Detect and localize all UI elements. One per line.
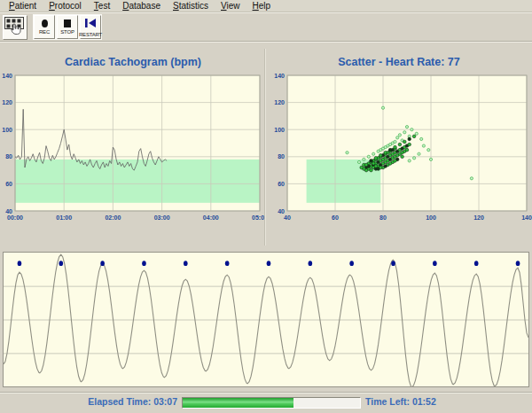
stop-button[interactable]: STOP [57, 15, 78, 39]
svg-text:02:00: 02:00 [105, 214, 121, 221]
restart-button[interactable]: RESTART [80, 15, 101, 39]
menu-bar: PatientProtocolTestDatabaseStatisticsVie… [0, 0, 532, 12]
menu-view[interactable]: View [215, 1, 246, 11]
svg-text:120: 120 [274, 99, 285, 105]
app-window: PatientProtocolTestDatabaseStatisticsVie… [0, 0, 532, 413]
menu-protocol[interactable]: Protocol [43, 1, 88, 11]
svg-text:80: 80 [379, 214, 387, 221]
keypad-hand-icon [4, 17, 26, 38]
pacer-wave-panel [3, 252, 529, 387]
menu-help[interactable]: Help [246, 1, 278, 11]
svg-text:40: 40 [284, 214, 291, 221]
time-left-label: Time Left: 01:52 [365, 396, 436, 407]
scatter-panel: Scatter - Heart Rate: 77 406080100120140… [266, 53, 532, 239]
transport-button-group: REC STOP RESTART [33, 14, 102, 40]
svg-text:40: 40 [5, 208, 12, 214]
toolbar: REC STOP RESTART [0, 12, 532, 42]
menu-database[interactable]: Database [116, 1, 167, 11]
svg-text:140: 140 [521, 214, 532, 221]
svg-text:80: 80 [5, 153, 12, 160]
svg-text:04:00: 04:00 [203, 214, 219, 221]
manual-entry-button[interactable] [3, 15, 27, 40]
svg-text:01:00: 01:00 [56, 214, 72, 221]
svg-text:00:00: 00:00 [7, 214, 23, 221]
svg-text:100: 100 [274, 127, 285, 133]
svg-text:140: 140 [2, 73, 12, 79]
record-dot-icon [42, 19, 48, 27]
rec-button[interactable]: REC [34, 15, 55, 39]
session-progress-bar [182, 397, 361, 409]
menu-statistics[interactable]: Statistics [167, 1, 215, 11]
menu-test[interactable]: Test [88, 1, 116, 11]
status-bar: Elapsed Time: 03:07 Time Left: 01:52 [0, 392, 532, 413]
rec-button-label: REC [39, 29, 50, 35]
pacer-waveform [4, 253, 528, 386]
svg-text:120: 120 [2, 99, 12, 105]
stop-button-label: STOP [60, 29, 74, 35]
menu-patient[interactable]: Patient [3, 1, 43, 11]
scatter-chart: 406080100120140406080100120140 [266, 71, 532, 235]
svg-text:60: 60 [278, 181, 285, 187]
svg-text:03:00: 03:00 [154, 214, 170, 221]
svg-text:60: 60 [5, 181, 12, 187]
stop-square-icon [64, 19, 71, 27]
svg-text:40: 40 [278, 208, 285, 214]
svg-text:140: 140 [274, 73, 285, 79]
svg-text:80: 80 [278, 153, 285, 160]
svg-text:60: 60 [332, 214, 339, 221]
session-progress-fill [183, 398, 293, 408]
tachogram-chart: 40608010012014000:0001:0002:0003:0004:00… [0, 71, 266, 235]
svg-text:120: 120 [473, 214, 484, 221]
skip-to-start-icon [85, 17, 96, 30]
scatter-title: Scatter - Heart Rate: 77 [266, 53, 532, 71]
svg-text:100: 100 [426, 214, 436, 221]
svg-text:100: 100 [2, 127, 12, 133]
elapsed-time-label: Elapsed Time: 03:07 [0, 396, 177, 407]
tachogram-title: Cardiac Tachogram (bpm) [0, 53, 266, 71]
restart-button-label: RESTART [79, 32, 102, 38]
tachogram-panel: Cardiac Tachogram (bpm) 4060801001201400… [0, 53, 266, 239]
